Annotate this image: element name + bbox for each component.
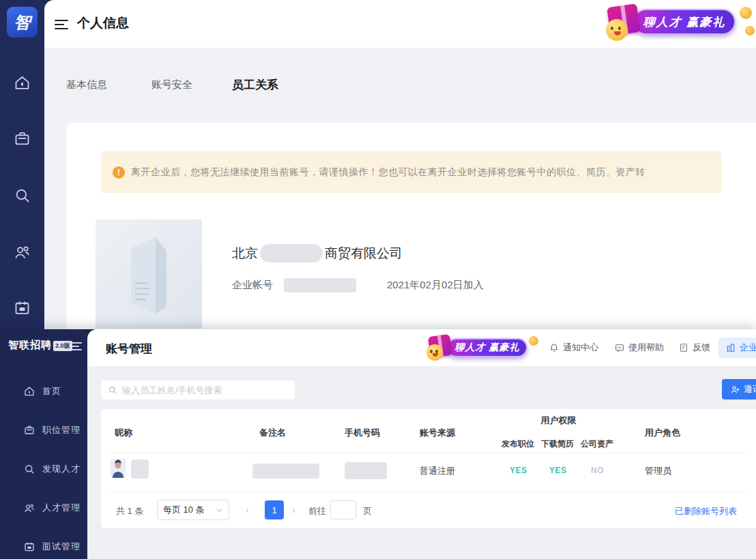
personal-info-body: 基本信息 账号安全 员工关系 ! 离开企业后，您将无法继续使用当前账号，请谨慎操… <box>44 48 756 329</box>
warning-banner: ! 离开企业后，您将无法继续使用当前账号，请谨慎操作！您也可以在离开企业时选择将… <box>101 151 721 193</box>
sidebar-item-job-management[interactable]: 职位管理 <box>0 422 87 438</box>
coin-icon <box>529 336 538 346</box>
col-role: 用户角色 <box>645 427 680 439</box>
sidebar-item-discover-talent[interactable]: 发现人才 <box>0 461 87 477</box>
users-icon <box>23 502 35 514</box>
next-page-icon[interactable]: › <box>292 504 295 515</box>
emoji-face-icon <box>426 344 443 361</box>
bottom-sidebar: 智联招聘 2.0版 首页 职位管理 发现人才 人才管理 面试管理 <box>0 329 87 559</box>
brand-version-badge: 2.0版 <box>53 341 72 351</box>
personal-info-window: 智 个人信息 聊人才 赢豪礼 基本信息 账号安全 员工关系 ! 离开企业后，您将… <box>0 0 756 329</box>
search-icon <box>23 463 35 475</box>
sidebar-collapse-icon[interactable] <box>72 340 82 352</box>
page-unit-label: 页 <box>363 505 372 517</box>
invite-colleague-button[interactable]: 邀请同事 <box>722 379 756 399</box>
account-management-content: 邀请同事 昵称 备注名 手机号码 账号来源 用户权限 发布职位 下载简历 公司资… <box>87 366 756 559</box>
calendar-icon <box>23 541 35 553</box>
users-icon[interactable] <box>13 243 31 261</box>
account-management-title: 账号管理 <box>106 341 152 357</box>
perm-download-value: YES <box>549 466 567 475</box>
brand-logo[interactable]: 智联招聘 <box>8 339 52 352</box>
page-title: 个人信息 <box>77 14 129 32</box>
tab-employee-relations[interactable]: 员工关系 <box>232 77 278 93</box>
col-perm-assets: 公司资产 <box>581 438 613 450</box>
chevron-down-icon <box>216 507 223 514</box>
person-add-icon <box>730 384 740 395</box>
search-input[interactable] <box>122 385 279 395</box>
account-source-cell: 普通注册 <box>420 465 455 477</box>
page-number-1[interactable]: 1 <box>265 500 284 519</box>
enterprise-account-label: 企业帐号 <box>232 279 273 292</box>
company-account-row: 企业帐号 2021年02月02日加入 <box>232 278 484 292</box>
menu-usage-help[interactable]: 使用帮助 <box>614 329 664 366</box>
app-logo[interactable]: 智 <box>7 7 38 37</box>
company-name: 北京 商贸有限公司 <box>232 244 403 262</box>
employee-search <box>101 380 295 399</box>
home-icon <box>23 385 35 397</box>
emoji-face-icon <box>606 19 628 41</box>
coin-icon <box>740 7 752 19</box>
redacted-remark <box>252 464 319 479</box>
col-permission-group: 用户权限 <box>501 414 615 427</box>
sidebar-item-interview-management[interactable]: 面试管理 <box>0 539 87 555</box>
menu-toggle-icon[interactable] <box>55 17 68 32</box>
divider <box>111 453 746 453</box>
menu-company-homepage[interactable]: 企业主页 <box>718 337 756 358</box>
col-nickname: 昵称 <box>115 427 132 439</box>
perm-assets-value: NO <box>591 466 604 475</box>
menu-notification-center[interactable]: 通知中心 <box>549 329 598 366</box>
col-source: 账号来源 <box>420 427 455 439</box>
bell-icon <box>549 342 559 353</box>
promo-pill: 聊人才 赢豪礼 <box>447 338 527 357</box>
redacted-nickname <box>131 459 149 479</box>
promo-pill: 聊人才 赢豪礼 <box>633 9 736 35</box>
company-logo-placeholder <box>96 220 202 329</box>
goto-page-input[interactable] <box>330 500 356 519</box>
tab-basic-info[interactable]: 基本信息 <box>66 78 107 91</box>
sidebar-item-home[interactable]: 首页 <box>0 383 87 399</box>
role-cell: 管理员 <box>645 465 671 477</box>
coin-icon <box>745 26 755 35</box>
redacted-account-number <box>284 278 356 292</box>
redacted-phone <box>345 462 387 479</box>
col-perm-download: 下载简历 <box>541 438 574 450</box>
join-date: 2021年02月02日加入 <box>387 279 484 292</box>
promo-banner[interactable]: 聊人才 赢豪礼 <box>606 4 756 40</box>
briefcase-icon <box>23 424 35 436</box>
col-phone: 手机号码 <box>345 427 380 439</box>
tab-account-security[interactable]: 账号安全 <box>151 78 192 91</box>
col-remark: 备注名 <box>259 427 286 439</box>
employee-relations-card: ! 离开企业后，您将无法继续使用当前账号，请谨慎操作！您也可以在离开企业时选择将… <box>66 123 756 329</box>
chat-help-icon <box>614 342 625 353</box>
document-icon <box>678 342 689 353</box>
col-perm-publish: 发布职位 <box>501 438 534 450</box>
briefcase-icon[interactable] <box>13 130 31 148</box>
account-management-window: 智联招聘 2.0版 首页 职位管理 发现人才 人才管理 面试管理 账号管理 聊人… <box>0 329 756 559</box>
page-size-select[interactable]: 每页 10 条 <box>157 500 229 520</box>
redacted-company-name <box>260 244 323 262</box>
accounts-table-card: 昵称 备注名 手机号码 账号来源 用户权限 发布职位 下载简历 公司资产 用户角… <box>101 409 756 528</box>
search-icon[interactable] <box>13 186 31 205</box>
menu-feedback[interactable]: 反馈 <box>678 329 710 366</box>
search-icon <box>108 385 117 395</box>
goto-label: 前往 <box>308 505 326 517</box>
promo-banner-small[interactable]: 聊人才 赢豪礼 <box>426 335 544 361</box>
building-icon <box>725 342 736 353</box>
company-name-prefix: 北京 <box>232 245 258 262</box>
prev-page-icon[interactable]: ‹ <box>246 504 249 515</box>
calendar-icon[interactable] <box>13 299 31 317</box>
top-sidebar: 智 <box>0 0 44 329</box>
pagination-total: 共 1 条 <box>116 505 143 517</box>
deleted-accounts-link[interactable]: 已删除账号列表 <box>675 505 737 517</box>
warning-text: 离开企业后，您将无法继续使用当前账号，请谨慎操作！您也可以在离开企业时选择将您账… <box>131 166 645 179</box>
warning-icon: ! <box>113 166 125 179</box>
sidebar-item-talent-management[interactable]: 人才管理 <box>0 500 87 516</box>
perm-publish-value: YES <box>510 466 527 475</box>
bottom-header: 账号管理 聊人才 赢豪礼 通知中心 使用帮助 反馈 企业主页 <box>87 329 756 366</box>
home-icon[interactable] <box>13 74 31 92</box>
company-name-suffix: 商贸有限公司 <box>325 245 403 262</box>
user-avatar <box>111 459 126 478</box>
divider <box>111 492 746 493</box>
